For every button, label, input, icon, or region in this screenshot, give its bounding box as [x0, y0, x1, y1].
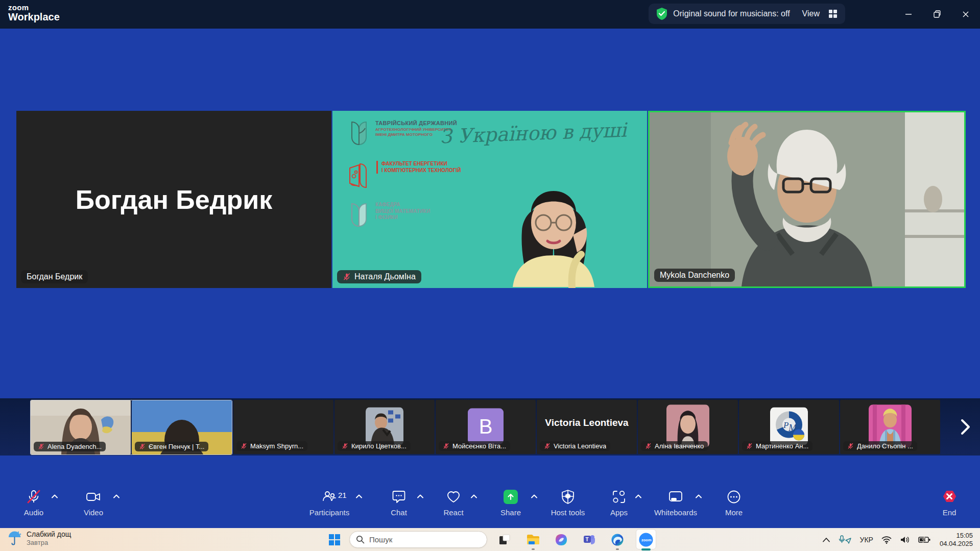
keyboard-language[interactable]: УКР [860, 536, 873, 544]
video-options-chevron[interactable] [113, 494, 120, 499]
react-button[interactable]: React [423, 489, 484, 517]
taskbar-search-input[interactable]: Пошук [349, 531, 487, 548]
zoom-app-icon: zoom [638, 532, 654, 547]
teams-icon: T [583, 533, 596, 546]
apps-options-chevron[interactable] [635, 494, 642, 499]
copilot-icon [555, 533, 568, 546]
participants-label: Participants [309, 508, 349, 517]
participant-name: Maksym Shpyrn... [250, 442, 303, 450]
clock-widget[interactable]: 15:05 04.04.2025 [940, 532, 973, 548]
whiteboards-button[interactable]: Whiteboards [645, 489, 706, 517]
participant-thumbnail[interactable]: Alena Dyadench... [31, 400, 131, 454]
video-thumbnails-group: Alena Dyadench... Євген Пенчук | Т... [30, 400, 232, 455]
minimize-button[interactable] [894, 0, 923, 29]
mic-in-use-location-icon[interactable] [839, 535, 852, 544]
muted-mic-icon [241, 443, 247, 449]
mykola-portrait [650, 112, 964, 286]
name-text: Mykola Danchenko [660, 271, 729, 280]
apps-button[interactable]: Apps [588, 489, 650, 517]
name-text: Наталя ДьомІна [354, 272, 416, 281]
participant-name: Євген Пенчук | Т... [149, 443, 204, 450]
participant-thumbnail[interactable]: Maksym Shpyrn... [233, 400, 333, 454]
participant-thumbnail[interactable]: Євген Пенчук | Т... [132, 400, 232, 454]
close-button[interactable] [951, 0, 980, 29]
avatar-initial: B [479, 415, 493, 438]
muted-mic-icon [343, 273, 351, 281]
chat-button[interactable]: Chat [368, 489, 429, 517]
participant-thumbnail[interactable]: Данило Стьопін ... [840, 400, 940, 454]
end-meeting-button[interactable]: End [919, 489, 980, 517]
volume-icon[interactable] [900, 536, 910, 544]
filmstrip-next-page-button[interactable] [957, 416, 974, 438]
muted-mic-icon [847, 443, 854, 449]
heart-icon [446, 489, 461, 505]
pm-logo-avatar: P M [770, 408, 808, 445]
whiteboards-options-chevron[interactable] [695, 494, 702, 499]
name-text: Богдан Бедрик [27, 272, 82, 281]
restore-button[interactable] [923, 0, 951, 29]
teams-button[interactable]: T [581, 532, 597, 548]
svg-text:T: T [586, 537, 589, 542]
camera-icon [85, 489, 102, 505]
copilot-button[interactable] [553, 532, 569, 548]
more-ellipsis-icon [726, 489, 742, 505]
faculty-book-logo-icon [348, 161, 371, 189]
hidden-icons-chevron[interactable] [822, 537, 830, 542]
muted-mic-icon [139, 443, 146, 450]
video-button[interactable]: Video [63, 489, 124, 517]
wifi-icon[interactable] [881, 536, 892, 544]
muted-mic-icon [544, 443, 551, 449]
tray-time: 15:05 [940, 532, 973, 540]
zoom-app-button[interactable]: zoom [638, 532, 654, 548]
natalia-portrait [477, 176, 630, 288]
participant-thumbnail[interactable]: P M Мартиненко Ан... [739, 400, 839, 454]
participant-thumbnail[interactable]: B Мойсеєнко Віта... [436, 400, 536, 454]
share-label: Share [500, 508, 521, 517]
svg-text:zoom: zoom [641, 538, 652, 542]
weather-widget[interactable]: Слабкий дощ Завтра [7, 530, 71, 546]
video-tile-mykola-active-speaker[interactable]: Mykola Danchenko [648, 111, 966, 288]
slogan-script-text: З Україною в душі [439, 119, 627, 148]
video-tile-bogdan[interactable]: Богдан Бедрик Богдан Бедрик [16, 111, 331, 288]
battery-charging-icon[interactable] [918, 536, 930, 543]
participant-thumbnail[interactable]: Victoria Leontieva Victoria Leontieva [537, 400, 637, 454]
participant-name-label: Наталя ДьомІна [337, 270, 421, 283]
participant-name: Данило Стьопін ... [857, 442, 913, 450]
svg-text:P: P [783, 420, 788, 430]
muted-mic-icon [645, 443, 652, 449]
start-button[interactable] [326, 532, 343, 548]
muted-mic-icon [38, 443, 44, 450]
participant-name-label: Mykola Danchenko [654, 269, 735, 282]
participant-name: Alena Dyadench... [47, 443, 102, 450]
whiteboards-label: Whiteboards [654, 508, 697, 517]
participant-thumbnail[interactable]: Аліна Іванченко [638, 400, 738, 454]
windows-logo-icon [328, 534, 341, 546]
react-options-chevron[interactable] [470, 494, 477, 499]
video-tile-natalia[interactable]: ТАВРІЙСЬКИЙ ДЕРЖАВНИЙ АГРОТЕХНОЛОГІЧНИЙ … [332, 111, 647, 288]
running-indicator [532, 548, 535, 550]
share-button[interactable]: Share [480, 489, 541, 517]
edge-button[interactable] [609, 532, 626, 548]
active-app-indicator [641, 548, 651, 550]
tile-display-name: Victoria Leontieva [537, 417, 637, 428]
system-tray: УКР 15:05 04.04.2025 [818, 528, 980, 551]
more-button[interactable]: More [703, 489, 764, 517]
edge-icon [611, 533, 624, 546]
file-explorer-button[interactable] [525, 532, 541, 548]
react-label: React [443, 508, 463, 517]
participant-thumbnail[interactable]: Кирило Цветков... [334, 400, 435, 454]
running-indicator [616, 548, 619, 550]
audio-options-chevron[interactable] [51, 494, 58, 499]
view-grid-icon[interactable] [828, 9, 838, 19]
participants-options-chevron[interactable] [355, 494, 363, 499]
task-view-button[interactable] [496, 532, 513, 548]
participants-count-badge: 21 [338, 491, 347, 499]
audio-button[interactable]: Audio [3, 489, 64, 517]
participants-filmstrip: Alena Dyadench... Євген Пенчук | Т... [0, 398, 980, 456]
view-button-label[interactable]: View [802, 9, 820, 18]
participants-button[interactable]: Participants [299, 489, 360, 517]
apps-label: Apps [610, 508, 628, 517]
share-options-chevron[interactable] [531, 494, 538, 499]
weather-subtitle: Завтра [27, 539, 71, 546]
share-screen-icon [504, 490, 518, 504]
